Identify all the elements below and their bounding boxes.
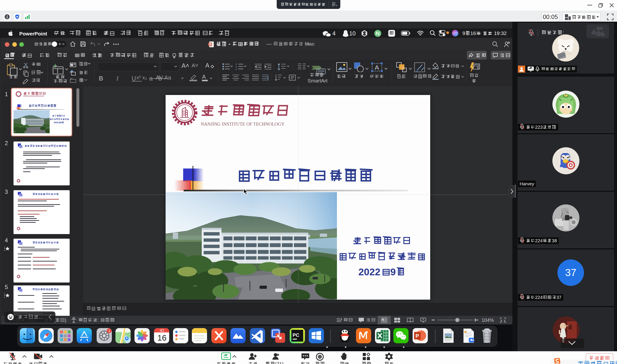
svg-text:P: P — [415, 333, 419, 339]
svg-text:PC: PC — [293, 332, 299, 338]
svg-text:1: 1 — [108, 329, 110, 333]
svg-text:A: A — [202, 74, 206, 80]
svg-text:9: 9 — [160, 329, 161, 332]
svg-text:A: A — [375, 64, 379, 71]
svg-text:16: 16 — [157, 333, 167, 342]
